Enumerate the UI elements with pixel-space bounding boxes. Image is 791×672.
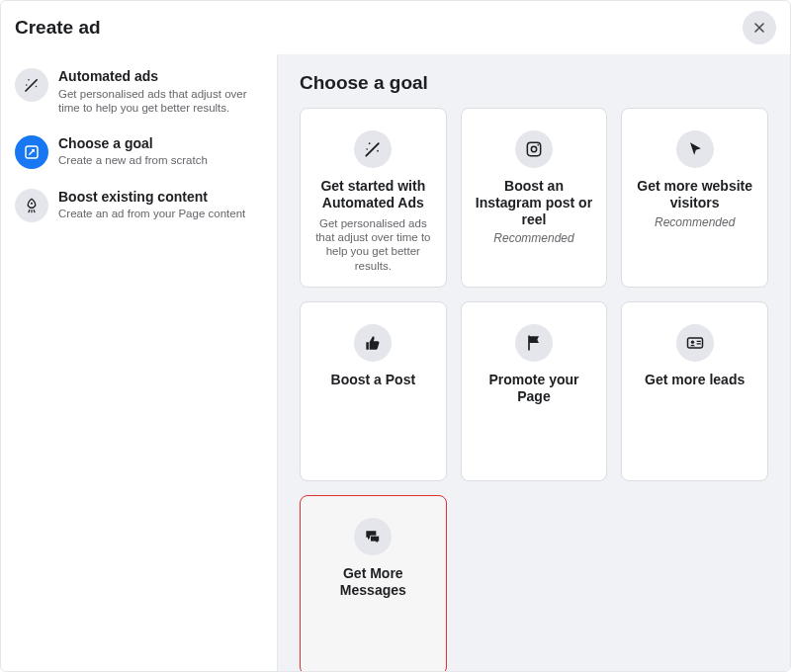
- main-panel: Choose a goal Get started with Automated…: [278, 54, 790, 671]
- modal-body: Automated ads Get personalised ads that …: [1, 54, 790, 671]
- sidebar: Automated ads Get personalised ads that …: [1, 54, 278, 671]
- svg-point-6: [377, 150, 379, 152]
- svg-point-4: [31, 202, 33, 204]
- modal-title: Create ad: [15, 17, 101, 39]
- sidebar-item-choose-goal[interactable]: Choose a goal Create a new ad from scrat…: [11, 129, 267, 183]
- goal-card-get-messages[interactable]: Get More Messages: [300, 495, 447, 671]
- id-card-icon: [676, 324, 714, 362]
- sidebar-item-automated-ads[interactable]: Automated ads Get personalised ads that …: [11, 62, 267, 129]
- like-icon: [354, 324, 392, 362]
- goal-card-boost-post[interactable]: Boost a Post: [300, 301, 447, 481]
- sidebar-item-label: Automated ads: [58, 68, 263, 85]
- goal-card-title: Boost a Post: [331, 372, 416, 388]
- sidebar-item-boost-existing[interactable]: Boost existing content Create an ad from…: [11, 183, 267, 236]
- wand-icon: [354, 130, 392, 168]
- goal-card-automated-ads[interactable]: Get started with Automated Ads Get perso…: [300, 108, 447, 288]
- goal-card-promote-page[interactable]: Promote your Page: [461, 301, 608, 481]
- instagram-icon: [515, 130, 553, 168]
- goal-card-title: Get started with Automated Ads: [312, 178, 434, 211]
- rocket-icon: [15, 189, 48, 222]
- goal-card-title: Get more leads: [645, 372, 745, 388]
- goal-card-get-leads[interactable]: Get more leads: [621, 301, 768, 481]
- svg-point-9: [531, 146, 536, 151]
- goal-card-website-visitors[interactable]: Get more website visitors Recommended: [621, 108, 768, 288]
- svg-point-10: [537, 144, 539, 146]
- goal-card-title: Get more website visitors: [634, 178, 755, 211]
- svg-rect-11: [687, 338, 702, 348]
- goal-card-boost-instagram[interactable]: Boost an Instagram post or reel Recommen…: [461, 108, 608, 288]
- svg-point-12: [690, 341, 693, 344]
- goal-card-title: Boost an Instagram post or reel: [474, 178, 595, 227]
- sidebar-item-label: Boost existing content: [58, 189, 245, 206]
- wand-icon: [15, 68, 48, 102]
- sidebar-item-label: Choose a goal: [58, 135, 208, 152]
- close-icon: [751, 20, 767, 36]
- svg-point-2: [26, 84, 28, 86]
- goal-card-desc: Get personalised ads that adjust over ti…: [312, 216, 434, 274]
- main-heading: Choose a goal: [300, 72, 768, 94]
- messages-icon: [354, 518, 392, 555]
- edit-icon: [15, 135, 48, 169]
- goal-grid: Get started with Automated Ads Get perso…: [300, 108, 768, 671]
- goal-card-recommended: Recommended: [493, 231, 573, 245]
- svg-point-1: [36, 86, 38, 88]
- svg-point-7: [367, 148, 369, 150]
- modal-header: Create ad: [1, 1, 790, 54]
- goal-card-title: Promote your Page: [474, 372, 595, 405]
- sidebar-item-desc: Get personalised ads that adjust over ti…: [58, 87, 263, 116]
- goal-card-title: Get More Messages: [312, 565, 434, 599]
- sidebar-item-desc: Create a new ad from scratch: [58, 153, 208, 167]
- sidebar-item-desc: Create an ad from your Page content: [58, 207, 245, 220]
- goal-card-recommended: Recommended: [655, 215, 735, 229]
- svg-point-0: [28, 79, 30, 81]
- svg-point-5: [369, 142, 371, 144]
- create-ad-modal: Create ad Automated ads Get personalised…: [0, 0, 791, 672]
- cursor-icon: [676, 130, 714, 168]
- flag-icon: [515, 324, 553, 362]
- close-button[interactable]: [743, 11, 776, 44]
